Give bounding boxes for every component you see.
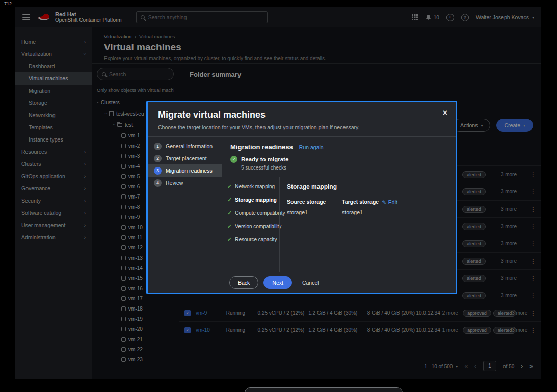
app-window: Red Hat OpenShift Container Platform 10 … [15, 7, 541, 379]
check-label: Network mapping [235, 184, 275, 189]
check-icon: ✓ [227, 223, 232, 230]
check-detail-panel: Storage mapping Source storage storage1 … [279, 177, 456, 272]
edit-mapping-link[interactable]: ✎ Edit [382, 199, 397, 205]
step-label: Migration readiness [166, 167, 213, 174]
source-storage-value: storage1 [287, 209, 342, 215]
wizard-step[interactable]: 4 Review [148, 177, 222, 189]
readiness-header: Migration readiness Run again [222, 137, 456, 155]
wizard-step[interactable]: 3 Migration readiness [148, 164, 222, 177]
check-label: Version compatibility [235, 223, 281, 229]
check-label: Storage mapping [235, 197, 277, 203]
step-number: 1 [154, 143, 162, 150]
target-storage-value: storage1 [342, 209, 378, 215]
next-button[interactable]: Next [263, 276, 292, 289]
detail-title: Storage mapping [287, 183, 448, 190]
readiness-check-item[interactable]: ✓ Compute compatibility [227, 210, 277, 216]
check-icon: ✓ [227, 197, 232, 203]
screen: 712 Red Hat OpenShift Container Platform [0, 0, 557, 392]
readiness-checklist: ✓ Network mapping ✓ Storage mapping [222, 177, 279, 272]
edit-label: Edit [388, 199, 397, 205]
modal-description: Choose the target location for your VMs,… [158, 124, 445, 130]
wizard-step[interactable]: 2 Target placement [148, 152, 222, 164]
step-label: Review [166, 180, 183, 186]
wizard-step-content: Migration readiness Run again ✓ Ready to… [222, 137, 456, 293]
success-check-icon: ✓ [230, 156, 237, 163]
check-icon: ✓ [227, 236, 232, 243]
target-storage-column: Target storage storage1 [342, 199, 378, 215]
readiness-check-item[interactable]: ✓ Version compatibility [227, 223, 277, 230]
source-storage-label: Source storage [287, 199, 342, 205]
edit-pencil-icon: ✎ [382, 199, 386, 205]
storage-mapping-grid: Source storage storage1 Target storage s… [287, 199, 448, 215]
checks-area: ✓ Network mapping ✓ Storage mapping [222, 177, 456, 272]
cancel-link[interactable]: Cancel [302, 279, 319, 286]
back-button[interactable]: Back [229, 276, 258, 289]
migrate-vms-modal: Migrate virtual machines Choose the targ… [146, 101, 457, 294]
corner-annotation: 712 [4, 1, 12, 6]
wizard-step[interactable]: 1 General information [148, 140, 222, 152]
check-label: Resource capacity [235, 237, 277, 242]
wizard-steps: 1 General information 2 Target placement… [148, 137, 222, 293]
modal-footer: Back Next Cancel [222, 272, 456, 293]
check-icon: ✓ [227, 183, 232, 190]
readiness-status-subtitle: 5 successful checks [241, 165, 447, 171]
check-icon: ✓ [227, 210, 232, 216]
modal-header: Migrate virtual machines Choose the targ… [148, 102, 456, 136]
source-storage-column: Source storage storage1 [287, 199, 342, 215]
target-storage-label: Target storage [342, 199, 378, 205]
step-number: 3 [154, 167, 162, 175]
readiness-check-item[interactable]: ✓ Network mapping [227, 183, 277, 190]
readiness-status: ✓ Ready to migrate 5 successful checks [222, 155, 456, 177]
step-label: Target placement [166, 155, 207, 161]
modal-title: Migrate virtual machines [158, 109, 445, 120]
modal-body: 1 General information 2 Target placement… [148, 136, 456, 293]
dock-pill [245, 387, 403, 392]
readiness-title: Migration readiness [230, 143, 293, 151]
readiness-status-title: Ready to migrate [241, 156, 288, 162]
step-number: 4 [154, 179, 162, 187]
close-icon[interactable]: × [443, 108, 447, 118]
run-again-link[interactable]: Run again [299, 144, 324, 150]
readiness-check-item[interactable]: ✓ Storage mapping [227, 197, 277, 203]
check-label: Compute compatibility [235, 210, 285, 216]
step-label: General information [166, 143, 213, 149]
readiness-check-item[interactable]: ✓ Resource capacity [227, 236, 277, 243]
step-number: 2 [154, 155, 162, 162]
